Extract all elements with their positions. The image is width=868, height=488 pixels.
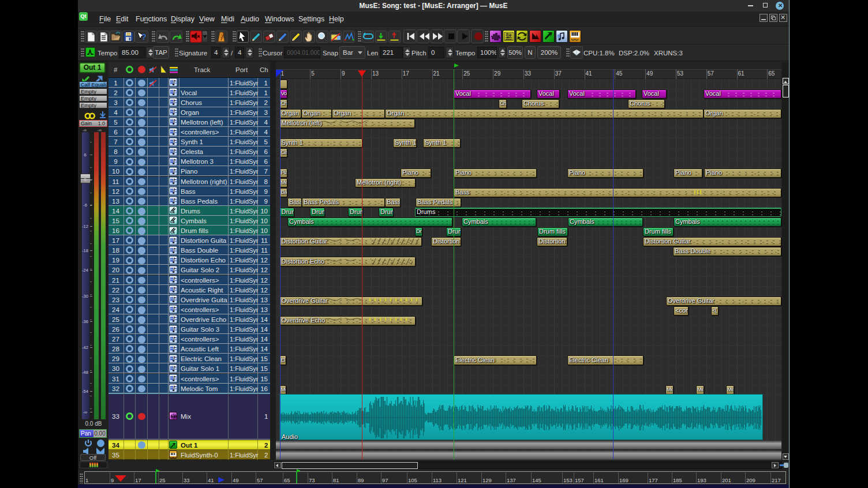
svg-text:?: ? (141, 32, 147, 42)
